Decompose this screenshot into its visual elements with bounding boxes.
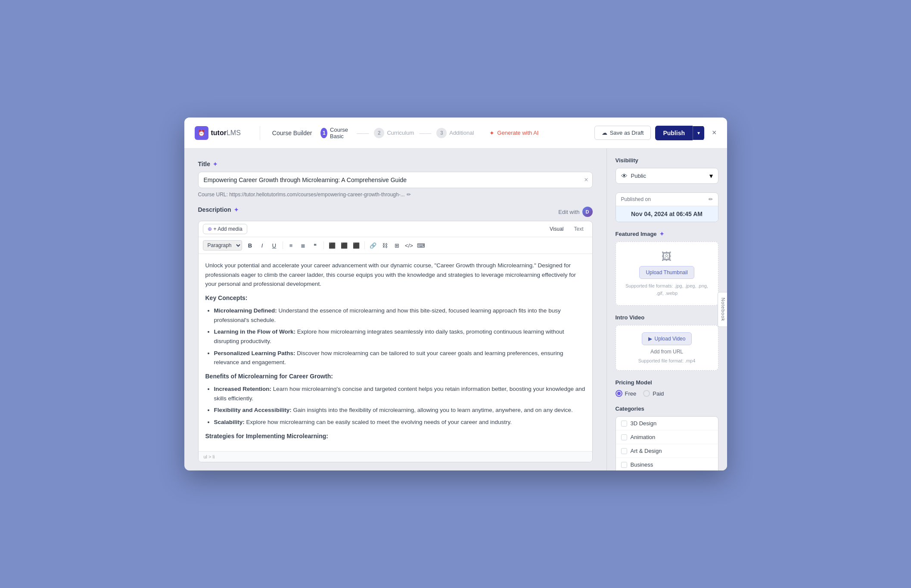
published-on-section: Published on ✏ Nov 04, 2024 at 06:45 AM: [616, 192, 718, 222]
visibility-dropdown[interactable]: 👁 Public ▾: [616, 168, 718, 184]
step-3-num: 3: [436, 128, 447, 138]
pricing-paid-option[interactable]: Paid: [643, 390, 664, 397]
cat-animation-checkbox[interactable]: [621, 434, 627, 440]
category-business[interactable]: Business: [616, 458, 718, 470]
keyboard-button[interactable]: ⌨: [416, 240, 427, 251]
unlink-button[interactable]: ⛓: [379, 240, 391, 251]
title-clear-button[interactable]: ×: [584, 176, 588, 184]
step-dash-2: ——: [419, 130, 431, 136]
benefit-3: Scalability: Explore how microlearning c…: [214, 418, 585, 427]
underline-button[interactable]: U: [269, 240, 280, 251]
categories-title: Categories: [616, 405, 718, 412]
align-left-button[interactable]: ⬛: [326, 240, 338, 251]
upload-video-button[interactable]: ▶ Upload Video: [642, 332, 692, 345]
strategies-heading: Strategies for Implementing Microlearnin…: [205, 431, 585, 441]
category-art-design[interactable]: Art & Design: [616, 444, 718, 458]
ordered-list-button[interactable]: ≣: [298, 240, 309, 251]
category-3d-design[interactable]: 3D Design: [616, 417, 718, 430]
notebook-tab[interactable]: Notebook: [718, 292, 727, 327]
course-url: Course URL: https://tutor.hellotutorlms.…: [198, 192, 593, 198]
close-button[interactable]: ×: [712, 128, 717, 137]
course-builder-label: Course Builder: [272, 130, 312, 136]
editor-wrapper: ⊕ + Add media Visual Text Paragraph B I …: [198, 221, 593, 462]
logo-text: tutorLMS: [211, 129, 241, 137]
edit-avatar: D: [582, 207, 593, 217]
code-button[interactable]: </>: [404, 240, 415, 251]
cloud-icon: ☁: [602, 130, 607, 136]
editor-intro: Unlock your potential and accelerate you…: [205, 261, 585, 289]
key-concept-3: Personalized Learning Paths: Discover ho…: [214, 349, 585, 367]
bullet-list-button[interactable]: ≡: [286, 240, 297, 251]
bold-button[interactable]: B: [245, 240, 256, 251]
add-media-button[interactable]: ⊕ + Add media: [203, 224, 247, 234]
paid-radio[interactable]: [643, 390, 650, 397]
pricing-section: Pricing Model Free Paid: [616, 379, 718, 397]
featured-image-section: Featured Image ✦ 🖼 Upload Thumbnail Supp…: [616, 231, 718, 306]
benefits-heading: Benefits of Microlearning for Career Gro…: [205, 371, 585, 381]
publish-dropdown-button[interactable]: ▾: [693, 126, 704, 140]
published-edit-icon[interactable]: ✏: [709, 196, 713, 202]
table-button[interactable]: ⊞: [392, 240, 403, 251]
benefits-list: Increased Retention: Learn how microlear…: [214, 384, 585, 427]
tab-text[interactable]: Text: [569, 224, 588, 234]
title-ai-icon: ✦: [213, 161, 218, 167]
category-animation[interactable]: Animation: [616, 430, 718, 444]
align-right-button[interactable]: ⬛: [351, 240, 362, 251]
pricing-title: Pricing Model: [616, 379, 718, 386]
left-panel: Title ✦ × Course URL: https://tutor.hell…: [184, 149, 606, 470]
url-edit-icon[interactable]: ✏: [407, 192, 411, 198]
video-upload-area: ▶ Upload Video Add from URL Supported fi…: [616, 325, 718, 371]
upload-thumbnail-button[interactable]: Upload Thumbnail: [639, 266, 694, 279]
featured-ai-icon: ✦: [659, 231, 664, 237]
save-draft-button[interactable]: ☁ Save as Draft: [594, 126, 651, 140]
eye-icon: 👁: [621, 172, 628, 179]
key-concept-1: Microlearning Defined: Understand the es…: [214, 306, 585, 325]
editor-top-bar: ⊕ + Add media Visual Text: [199, 221, 592, 237]
key-concept-2: Learning in the Flow of Work: Explore ho…: [214, 327, 585, 346]
header-divider: [260, 126, 260, 140]
published-on-header: Published on ✏: [616, 193, 718, 206]
free-radio[interactable]: [616, 390, 622, 397]
generate-ai-button[interactable]: ✦ Generate with AI: [482, 126, 545, 140]
title-input[interactable]: [198, 172, 593, 188]
toolbar-sep-1: [283, 241, 283, 249]
pricing-free-option[interactable]: Free: [616, 390, 637, 397]
editor-body[interactable]: Unlock your potential and accelerate you…: [199, 254, 592, 451]
toolbar-sep-3: [364, 241, 365, 249]
step-2-label: Curriculum: [387, 130, 414, 136]
steps: 1 Course Basic —— 2 Curriculum —— 3 Addi…: [320, 127, 474, 139]
cat-business-checkbox[interactable]: [621, 462, 627, 468]
description-header: Description ✦ Edit with D: [198, 206, 593, 217]
video-formats: Supported file format: .mp4: [638, 358, 696, 363]
cat-art-checkbox[interactable]: [621, 448, 627, 454]
step-3-label: Additional: [449, 130, 474, 136]
upload-thumbnail-area[interactable]: 🖼 Upload Thumbnail Supported file format…: [616, 241, 718, 306]
italic-button[interactable]: I: [257, 240, 268, 251]
cat-3d-checkbox[interactable]: [621, 421, 627, 427]
add-from-url-link[interactable]: Add from URL: [650, 349, 683, 355]
edit-with: Edit with D: [558, 207, 592, 217]
visibility-section: Visibility 👁 Public ▾: [616, 157, 718, 184]
quote-button[interactable]: ❝: [310, 240, 321, 251]
pricing-options: Free Paid: [616, 390, 718, 397]
publish-button-group: Publish ▾: [655, 126, 704, 140]
step-1[interactable]: 1 Course Basic: [320, 127, 351, 139]
link-button[interactable]: 🔗: [367, 240, 379, 251]
categories-list: 3D Design Animation Art & Design Bu: [616, 416, 718, 470]
align-center-button[interactable]: ⬛: [339, 240, 350, 251]
published-on-date: Nov 04, 2024 at 06:45 AM: [616, 206, 718, 222]
step-2-num: 2: [374, 128, 384, 138]
paragraph-select[interactable]: Paragraph: [203, 240, 242, 251]
image-placeholder-icon: 🖼: [662, 251, 672, 263]
published-on-box: Published on ✏ Nov 04, 2024 at 06:45 AM: [616, 192, 718, 222]
step-1-label: Course Basic: [330, 127, 351, 139]
toolbar-sep-2: [323, 241, 324, 249]
benefit-1: Increased Retention: Learn how microlear…: [214, 384, 585, 403]
step-3[interactable]: 3 Additional: [436, 128, 474, 138]
tab-visual[interactable]: Visual: [545, 224, 568, 234]
right-panel: Visibility 👁 Public ▾ Published on: [606, 149, 727, 470]
description-label: Description ✦: [198, 206, 239, 213]
step-2[interactable]: 2 Curriculum: [374, 128, 414, 138]
publish-button[interactable]: Publish: [655, 126, 693, 140]
key-concepts-heading: Key Concepts:: [205, 293, 585, 303]
